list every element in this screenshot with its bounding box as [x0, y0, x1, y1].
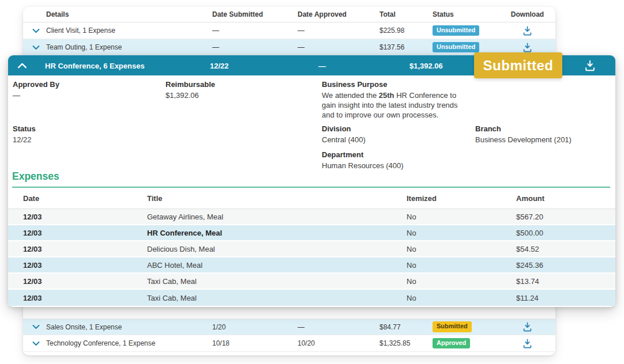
column-header-date: Date [8, 194, 132, 203]
chevron-down-icon[interactable] [32, 43, 40, 52]
report-title: Technology Conference, 1 Expense [46, 339, 212, 347]
download-icon[interactable] [522, 25, 533, 36]
business-purpose-label: Business Purpose [322, 80, 466, 90]
field-department: Department Human Resources (400) [322, 150, 404, 171]
report-title: Team Outing, 1 Expense [46, 43, 212, 51]
report-title: Sales Onsite, 1 Expense [46, 323, 212, 331]
status-badge: Approved [433, 338, 470, 349]
report-row[interactable]: Sales Onsite, 1 Expense 1/20 — $84.77 Su… [23, 318, 555, 335]
expand-toggle[interactable] [23, 26, 46, 35]
column-header-date-submitted: Date Submitted [212, 10, 298, 18]
column-header-title: Title [132, 194, 392, 203]
report-date-approved: — [298, 26, 379, 35]
field-reimbursable: Reimbursable $1,392.06 [166, 80, 215, 101]
approved-by-value: — [13, 91, 59, 101]
division-label: Division [322, 124, 366, 134]
column-header-date-approved: Date Approved [298, 10, 379, 18]
expense-row[interactable]: 12/03 ABC Hotel, Meal No $245.36 [8, 257, 615, 274]
report-total: $1,325.85 [379, 339, 433, 347]
download-cell[interactable] [499, 338, 555, 349]
column-header-total: Total [379, 10, 433, 18]
download-icon[interactable] [522, 338, 533, 349]
expense-date: 12/03 [8, 229, 132, 237]
report-total: $137.56 [379, 43, 433, 51]
field-status: Status 12/22 [13, 124, 36, 145]
expanded-date-approved: — [318, 61, 326, 70]
chevron-down-icon[interactable] [32, 339, 40, 348]
reports-table-header: Details Date Submitted Date Approved Tot… [23, 7, 555, 22]
expense-row[interactable]: 12/03 Taxi Cab, Meal No $11.24 [8, 290, 615, 306]
reports-rows-top: Client Visit, 1 Expense — — $225.98 Unsu… [23, 22, 555, 56]
expense-itemized: No [392, 277, 501, 286]
field-business-purpose: Business Purpose We attended the 25th HR… [322, 80, 466, 120]
expense-row[interactable]: 12/03 Delicious Dish, Meal No $54.52 [8, 241, 615, 257]
expanded-report-card: HR Conference, 6 Expenses 12/22 — $1,392… [8, 55, 615, 307]
expense-amount: $500.00 [501, 229, 615, 237]
expenses-table-header: Date Title Itemized Amount [8, 188, 615, 209]
report-date-submitted: 10/18 [212, 339, 298, 347]
expense-itemized: No [392, 229, 501, 237]
expense-reports-screen: Details Date Submitted Date Approved Tot… [0, 0, 624, 364]
download-cell[interactable] [499, 25, 555, 36]
reimbursable-value: $1,392.06 [166, 91, 215, 101]
expense-title: Getaway Airlines, Meal [132, 213, 392, 221]
expenses-heading: Expenses [12, 170, 615, 183]
column-header-status: Status [433, 10, 499, 18]
chevron-up-icon[interactable] [17, 60, 28, 71]
division-value: Central (400) [322, 135, 366, 145]
department-label: Department [322, 150, 404, 160]
expanded-date-submitted: 12/22 [210, 61, 229, 70]
report-date-approved: 10/20 [298, 339, 379, 347]
download-cell[interactable] [499, 321, 555, 332]
expense-date: 12/03 [8, 277, 132, 286]
expense-title: HR Conference, Meal [132, 229, 392, 237]
download-icon[interactable] [584, 59, 596, 72]
expanded-report-title: HR Conference, 6 Expenses [45, 61, 145, 70]
chevron-down-icon[interactable] [32, 26, 40, 35]
expense-title: Taxi Cab, Meal [132, 277, 392, 286]
reports-rows-bottom: Sales Onsite, 1 Expense 1/20 — $84.77 Su… [23, 318, 555, 352]
expense-itemized: No [392, 213, 501, 221]
expense-title: Delicious Dish, Meal [132, 245, 392, 253]
expand-toggle[interactable] [23, 339, 46, 348]
status-value: 12/22 [13, 135, 36, 145]
expense-amount: $54.52 [501, 245, 615, 253]
expense-amount: $567.20 [501, 213, 615, 221]
expenses-rows: 12/03 Getaway Airlines, Meal No $567.20 … [8, 209, 615, 306]
expense-itemized: No [392, 294, 501, 302]
expand-toggle[interactable] [23, 43, 46, 52]
download-icon[interactable] [522, 321, 533, 332]
approved-by-label: Approved By [13, 80, 59, 90]
expense-row[interactable]: 12/03 Taxi Cab, Meal No $13.74 [8, 274, 615, 290]
expense-date: 12/03 [8, 245, 132, 253]
expanded-total: $1,392.06 [409, 61, 443, 70]
expand-toggle[interactable] [23, 323, 46, 331]
download-cell[interactable] [499, 42, 555, 53]
expense-amount: $13.74 [501, 277, 615, 286]
expense-date: 12/03 [8, 213, 132, 221]
column-header-download: Download [499, 10, 555, 18]
status-label: Status [13, 124, 36, 134]
report-date-submitted: — [212, 43, 298, 51]
expanded-report-body: Approved By — Reimbursable $1,392.06 Bus… [8, 75, 615, 307]
expense-title: Taxi Cab, Meal [132, 294, 392, 302]
status-badge: Submitted [433, 321, 472, 332]
expense-date: 12/03 [8, 261, 132, 270]
report-row[interactable]: Technology Conference, 1 Expense 10/18 1… [23, 335, 555, 352]
branch-value: Business Development (201) [475, 135, 612, 145]
expense-amount: $11.24 [501, 294, 615, 302]
chevron-down-icon[interactable] [32, 323, 40, 331]
report-total: $225.98 [379, 26, 433, 35]
business-purpose-value: We attended the 25th HR Conference to ga… [322, 91, 466, 120]
field-approved-by: Approved By — [13, 80, 59, 101]
report-total: $84.77 [379, 323, 433, 331]
download-icon[interactable] [522, 42, 533, 53]
expense-row[interactable]: 12/03 Getaway Airlines, Meal No $567.20 [8, 209, 615, 225]
report-row[interactable]: Client Visit, 1 Expense — — $225.98 Unsu… [23, 22, 555, 39]
submitted-status-callout-badge: Submitted [474, 52, 562, 78]
status-badge: Unsubmitted [433, 25, 479, 36]
status-badge: Unsubmitted [433, 42, 479, 53]
report-date-approved: — [298, 43, 379, 51]
column-header-details: Details [46, 10, 212, 18]
expense-row[interactable]: 12/03 HR Conference, Meal No $500.00 [8, 225, 615, 241]
